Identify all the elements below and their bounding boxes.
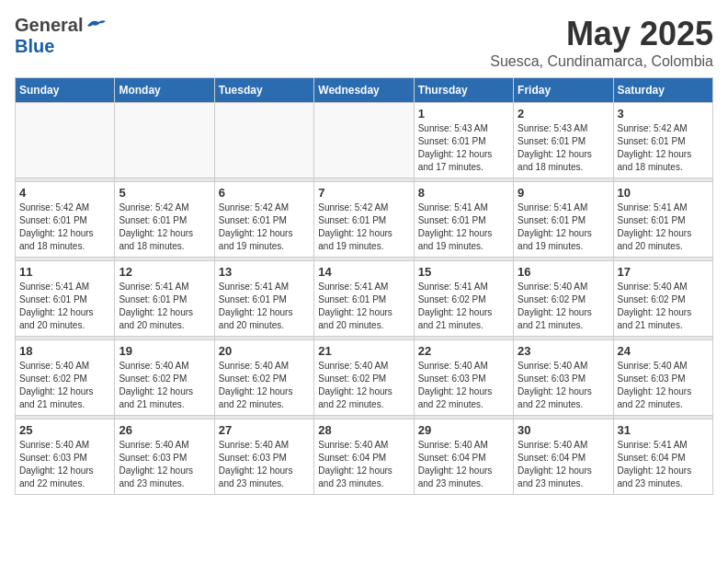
day-info: Sunrise: 5:41 AM Sunset: 6:04 PM Dayligh… <box>618 439 709 490</box>
day-info: Sunrise: 5:40 AM Sunset: 6:02 PM Dayligh… <box>119 360 210 411</box>
day-info: Sunrise: 5:40 AM Sunset: 6:02 PM Dayligh… <box>19 360 110 411</box>
day-info: Sunrise: 5:40 AM Sunset: 6:04 PM Dayligh… <box>518 439 609 490</box>
header: General Blue May 2025 Suesca, Cundinamar… <box>15 15 713 70</box>
weekday-header-sunday: Sunday <box>16 78 115 103</box>
week-row-1: 1Sunrise: 5:43 AM Sunset: 6:01 PM Daylig… <box>16 103 713 178</box>
day-info: Sunrise: 5:40 AM Sunset: 6:03 PM Dayligh… <box>219 439 310 490</box>
location: Suesca, Cundinamarca, Colombia <box>490 53 713 70</box>
day-number: 2 <box>518 107 609 121</box>
title-area: May 2025 Suesca, Cundinamarca, Colombia <box>490 15 713 70</box>
day-number: 29 <box>418 423 509 437</box>
weekday-header-thursday: Thursday <box>414 78 513 103</box>
day-info: Sunrise: 5:40 AM Sunset: 6:02 PM Dayligh… <box>318 360 409 411</box>
day-number: 13 <box>219 265 310 279</box>
logo-blue: Blue <box>15 36 106 57</box>
day-info: Sunrise: 5:42 AM Sunset: 6:01 PM Dayligh… <box>318 201 409 253</box>
calendar-cell: 28Sunrise: 5:40 AM Sunset: 6:04 PM Dayli… <box>314 419 414 495</box>
week-row-4: 18Sunrise: 5:40 AM Sunset: 6:02 PM Dayli… <box>16 340 713 416</box>
day-number: 7 <box>318 186 409 200</box>
calendar-cell: 4Sunrise: 5:42 AM Sunset: 6:01 PM Daylig… <box>16 182 115 258</box>
day-info: Sunrise: 5:41 AM Sunset: 6:01 PM Dayligh… <box>219 281 310 332</box>
day-info: Sunrise: 5:42 AM Sunset: 6:01 PM Dayligh… <box>219 201 310 253</box>
day-number: 24 <box>618 344 709 358</box>
day-number: 9 <box>518 186 609 200</box>
calendar-cell: 25Sunrise: 5:40 AM Sunset: 6:03 PM Dayli… <box>16 419 115 495</box>
weekday-header-row: SundayMondayTuesdayWednesdayThursdayFrid… <box>16 78 713 103</box>
day-number: 30 <box>518 423 609 437</box>
day-info: Sunrise: 5:40 AM Sunset: 6:03 PM Dayligh… <box>518 360 609 411</box>
weekday-header-monday: Monday <box>115 78 214 103</box>
logo-general: General <box>15 15 83 36</box>
day-info: Sunrise: 5:40 AM Sunset: 6:04 PM Dayligh… <box>318 439 409 490</box>
day-info: Sunrise: 5:41 AM Sunset: 6:01 PM Dayligh… <box>518 201 609 253</box>
weekday-header-friday: Friday <box>514 78 613 103</box>
day-number: 27 <box>219 423 310 437</box>
calendar-cell <box>314 103 414 178</box>
weekday-header-tuesday: Tuesday <box>214 78 313 103</box>
day-info: Sunrise: 5:40 AM Sunset: 6:03 PM Dayligh… <box>618 360 709 411</box>
calendar-cell: 11Sunrise: 5:41 AM Sunset: 6:01 PM Dayli… <box>16 261 115 337</box>
calendar-cell: 2Sunrise: 5:43 AM Sunset: 6:01 PM Daylig… <box>514 103 613 178</box>
calendar-cell: 13Sunrise: 5:41 AM Sunset: 6:01 PM Dayli… <box>214 261 313 337</box>
calendar-cell <box>214 103 313 178</box>
calendar-cell: 16Sunrise: 5:40 AM Sunset: 6:02 PM Dayli… <box>514 261 613 337</box>
day-number: 20 <box>219 344 310 358</box>
day-number: 21 <box>318 344 409 358</box>
calendar-cell: 17Sunrise: 5:40 AM Sunset: 6:02 PM Dayli… <box>613 261 712 337</box>
day-info: Sunrise: 5:41 AM Sunset: 6:01 PM Dayligh… <box>618 201 709 253</box>
day-info: Sunrise: 5:42 AM Sunset: 6:01 PM Dayligh… <box>119 201 210 253</box>
calendar-cell: 27Sunrise: 5:40 AM Sunset: 6:03 PM Dayli… <box>214 419 313 495</box>
weekday-header-wednesday: Wednesday <box>314 78 414 103</box>
day-number: 15 <box>418 265 509 279</box>
month-title: May 2025 <box>490 15 713 53</box>
week-row-2: 4Sunrise: 5:42 AM Sunset: 6:01 PM Daylig… <box>16 182 713 258</box>
calendar-cell: 14Sunrise: 5:41 AM Sunset: 6:01 PM Dayli… <box>314 261 414 337</box>
day-number: 26 <box>119 423 210 437</box>
day-info: Sunrise: 5:41 AM Sunset: 6:01 PM Dayligh… <box>19 281 110 332</box>
logo: General Blue <box>15 15 106 57</box>
day-info: Sunrise: 5:40 AM Sunset: 6:02 PM Dayligh… <box>618 281 709 332</box>
day-number: 12 <box>119 265 210 279</box>
calendar-cell: 30Sunrise: 5:40 AM Sunset: 6:04 PM Dayli… <box>514 419 613 495</box>
day-info: Sunrise: 5:43 AM Sunset: 6:01 PM Dayligh… <box>518 122 609 174</box>
calendar-cell: 19Sunrise: 5:40 AM Sunset: 6:02 PM Dayli… <box>115 340 214 416</box>
calendar-cell: 18Sunrise: 5:40 AM Sunset: 6:02 PM Dayli… <box>16 340 115 416</box>
calendar-cell: 8Sunrise: 5:41 AM Sunset: 6:01 PM Daylig… <box>414 182 513 258</box>
day-info: Sunrise: 5:42 AM Sunset: 6:01 PM Dayligh… <box>618 122 709 174</box>
calendar-cell: 23Sunrise: 5:40 AM Sunset: 6:03 PM Dayli… <box>514 340 613 416</box>
day-number: 31 <box>618 423 709 437</box>
calendar-cell: 7Sunrise: 5:42 AM Sunset: 6:01 PM Daylig… <box>314 182 414 258</box>
calendar-cell: 26Sunrise: 5:40 AM Sunset: 6:03 PM Dayli… <box>115 419 214 495</box>
day-info: Sunrise: 5:41 AM Sunset: 6:01 PM Dayligh… <box>318 281 409 332</box>
day-number: 25 <box>19 423 110 437</box>
day-number: 18 <box>19 344 110 358</box>
day-info: Sunrise: 5:40 AM Sunset: 6:04 PM Dayligh… <box>418 439 509 490</box>
calendar-cell <box>16 103 115 178</box>
day-number: 8 <box>418 186 509 200</box>
week-row-5: 25Sunrise: 5:40 AM Sunset: 6:03 PM Dayli… <box>16 419 713 495</box>
day-info: Sunrise: 5:40 AM Sunset: 6:03 PM Dayligh… <box>119 439 210 490</box>
day-info: Sunrise: 5:40 AM Sunset: 6:03 PM Dayligh… <box>19 439 110 490</box>
day-info: Sunrise: 5:42 AM Sunset: 6:01 PM Dayligh… <box>19 201 110 253</box>
calendar-cell: 6Sunrise: 5:42 AM Sunset: 6:01 PM Daylig… <box>214 182 313 258</box>
week-row-3: 11Sunrise: 5:41 AM Sunset: 6:01 PM Dayli… <box>16 261 713 337</box>
calendar-cell: 9Sunrise: 5:41 AM Sunset: 6:01 PM Daylig… <box>514 182 613 258</box>
calendar-cell: 22Sunrise: 5:40 AM Sunset: 6:03 PM Dayli… <box>414 340 513 416</box>
day-number: 5 <box>119 186 210 200</box>
calendar-cell: 29Sunrise: 5:40 AM Sunset: 6:04 PM Dayli… <box>414 419 513 495</box>
calendar-cell: 3Sunrise: 5:42 AM Sunset: 6:01 PM Daylig… <box>613 103 712 178</box>
calendar-cell: 1Sunrise: 5:43 AM Sunset: 6:01 PM Daylig… <box>414 103 513 178</box>
day-number: 19 <box>119 344 210 358</box>
calendar-cell: 5Sunrise: 5:42 AM Sunset: 6:01 PM Daylig… <box>115 182 214 258</box>
day-info: Sunrise: 5:40 AM Sunset: 6:03 PM Dayligh… <box>418 360 509 411</box>
day-number: 28 <box>318 423 409 437</box>
day-number: 23 <box>518 344 609 358</box>
day-number: 16 <box>518 265 609 279</box>
day-number: 3 <box>618 107 709 121</box>
day-number: 11 <box>19 265 110 279</box>
calendar-cell: 20Sunrise: 5:40 AM Sunset: 6:02 PM Dayli… <box>214 340 313 416</box>
day-number: 17 <box>618 265 709 279</box>
day-number: 14 <box>318 265 409 279</box>
day-number: 22 <box>418 344 509 358</box>
day-info: Sunrise: 5:41 AM Sunset: 6:01 PM Dayligh… <box>418 201 509 253</box>
